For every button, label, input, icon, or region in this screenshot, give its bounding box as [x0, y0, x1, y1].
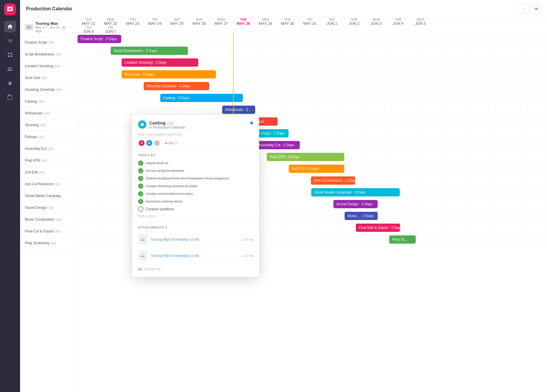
task-rows: Finalize Script(3d)Script Breakdowns(5d)…	[20, 37, 77, 249]
gantt-row: Shooting Schedule · 4 Days	[78, 80, 547, 92]
task-checkbox[interactable]	[138, 176, 143, 181]
task-checkbox[interactable]	[138, 160, 143, 166]
gantt-bar[interactable]: 2nd Cut Revisions · 3 Days	[311, 176, 355, 185]
gantt-bar[interactable]: Rehearsals · 2...	[222, 106, 255, 114]
task-row[interactable]: Location Scouting(5d)	[20, 60, 77, 72]
popup-task-item[interactable]: Assign cast members to strips	[138, 190, 253, 198]
gantt-bar[interactable]: Script Breakdowns · 5 Days	[111, 47, 188, 55]
gantt-bar[interactable]: Final Edit & Export · 3 Days	[356, 224, 400, 232]
popup-task-item[interactable]: Create script breakdown	[138, 167, 253, 175]
avatar-add[interactable]	[153, 140, 161, 147]
gantt-bar[interactable]: 2nd Edit · 4 Days	[289, 165, 344, 173]
popup-task-item[interactable]: import draft v2	[138, 159, 253, 167]
app-container: Production Calendar ··· Touring	[0, 0, 547, 392]
sidebar-item-list[interactable]	[4, 35, 16, 47]
date-column-may-30: THUMAY 30	[277, 18, 299, 26]
sidebar-item-users[interactable]	[4, 63, 16, 75]
task-row[interactable]: 2nd Cut Revisions(3d)	[20, 178, 77, 190]
task-row[interactable]: Social Media Campaig...	[20, 190, 77, 202]
gantt-bar[interactable]: Shot Lists · 6 Days	[122, 70, 216, 78]
attachment-filename[interactable]: Touring Man Screenplay v1.fdx	[150, 254, 238, 258]
gantt-cell	[338, 33, 364, 45]
gantt-cell	[391, 92, 417, 104]
gantt-cell	[78, 45, 104, 56]
popup-task-item[interactable]: Conduct auditions	[138, 205, 253, 213]
task-checkbox[interactable]	[138, 199, 143, 204]
task-row[interactable]: Prep EPK(4d)	[20, 155, 77, 166]
gantt-cell	[521, 127, 547, 139]
app-logo[interactable]	[4, 4, 16, 15]
task-checkbox[interactable]	[138, 183, 143, 189]
task-row[interactable]: Casting(3d)	[20, 96, 77, 107]
gantt-cell	[495, 92, 521, 104]
task-checkbox[interactable]	[138, 191, 143, 196]
gantt-cell	[104, 222, 130, 233]
task-row[interactable]: Finalize Script(3d)	[20, 37, 77, 48]
gantt-cell	[417, 163, 443, 174]
task-row[interactable]: Music Composition(2d)	[20, 214, 77, 225]
gantt-bar[interactable]: Music... · 2 Days	[345, 212, 378, 220]
sidebar-item-book[interactable]	[4, 91, 16, 103]
gantt-bar[interactable]: Sound Design · 3 Days	[333, 200, 378, 208]
gantt-grid[interactable]: TUEMAY 21WEDMAY 22THUMAY 23FRIMAY 24SATM…	[78, 18, 547, 392]
sidebar-item-grid[interactable]	[4, 49, 16, 61]
gantt-bar[interactable]: Social Media Campaign · 8 Days	[311, 188, 400, 196]
date-column-jun-1: SATJUN 1	[321, 18, 343, 26]
gantt-cell	[443, 234, 469, 245]
gantt-bar[interactable]: Location Scouting · 5 Days	[122, 58, 198, 67]
task-count: (4d)	[56, 88, 62, 91]
gantt-cell	[443, 186, 469, 198]
gantt-bar[interactable]: Prep Sc...	[389, 235, 416, 244]
sidebar-item-vip[interactable]	[4, 77, 16, 89]
gantt-cell	[417, 68, 443, 80]
popup-task-item[interactable]: Generate casting sheet	[138, 198, 253, 205]
task-name: Shooting Schedule	[25, 88, 55, 92]
more-options-button[interactable]: ···	[519, 4, 529, 14]
gantt-bar[interactable]: Finalize Script · 3 Days	[78, 35, 121, 43]
gantt-cell	[312, 139, 338, 151]
gantt-bar[interactable]: Casting · 3 Days	[160, 94, 243, 102]
task-row[interactable]: Final Cut & Export(3d)	[20, 225, 77, 237]
task-row[interactable]: Shooting(3d)	[20, 119, 77, 131]
popup-project-link[interactable]: in Production Calendar	[149, 125, 185, 129]
attachment-filename[interactable]: Touring Man Screenplay v2.fdx	[150, 237, 238, 242]
date-num: MAY 22	[104, 21, 117, 26]
task-row[interactable]: Rehearsals(2d)	[20, 107, 77, 119]
gantt-bar[interactable]: Shooting Schedule · 4 Days	[144, 82, 209, 90]
popup-task-item[interactable]: Assign shooting location to strips	[138, 182, 253, 190]
popup-task-item[interactable]: Collect feedback from the Production Tea…	[138, 175, 253, 182]
view-toggle-button[interactable]	[531, 4, 541, 14]
gantt-cell	[417, 104, 443, 115]
task-row[interactable]: Shooting Schedule(4d)	[20, 84, 77, 96]
gantt-cell	[312, 222, 338, 233]
task-checkbox[interactable]	[138, 206, 143, 212]
gantt-cell	[104, 210, 130, 222]
sidebar-item-home[interactable]	[4, 21, 16, 32]
list-view-icon	[534, 6, 538, 11]
task-row[interactable]: Script Breakdowns(5d)	[20, 48, 77, 60]
task-checkbox[interactable]	[138, 168, 143, 173]
popup-description[interactable]: Add a description (optional)...	[132, 132, 259, 140]
gantt-cell	[364, 163, 390, 174]
gantt-cell	[260, 163, 286, 174]
date-num: MAY 26	[192, 21, 206, 26]
gantt-cell	[391, 198, 417, 210]
project-menu-button[interactable]: ···	[69, 25, 73, 29]
gantt-cell	[391, 127, 417, 139]
task-row[interactable]: Assembly Cut(3d)	[20, 143, 77, 155]
task-row[interactable]: Sound Design(3d)	[20, 202, 77, 214]
gantt-cell	[338, 68, 364, 80]
upload-button[interactable]: Upload file...	[138, 264, 253, 274]
gantt-cell	[469, 80, 495, 92]
gantt-cell	[521, 116, 547, 127]
task-row[interactable]: Shot Lists(6d)	[20, 72, 77, 84]
gantt-cell	[208, 80, 234, 92]
task-row[interactable]: 2nd Edit(4d)	[20, 166, 77, 178]
gantt-bar[interactable]: Pickups · 2 Days	[256, 129, 289, 137]
task-row[interactable]: Pickups(1d)	[20, 131, 77, 143]
task-row[interactable]: Prep Screening(4d)	[20, 237, 77, 249]
add-task-button[interactable]: Add a task...	[138, 213, 253, 219]
gantt-bar[interactable]: Prep EPK · 6 Days	[267, 153, 344, 161]
gantt-bar[interactable]: Assembly Cut · 3 Days	[256, 141, 300, 149]
gantt-cell	[260, 210, 286, 222]
